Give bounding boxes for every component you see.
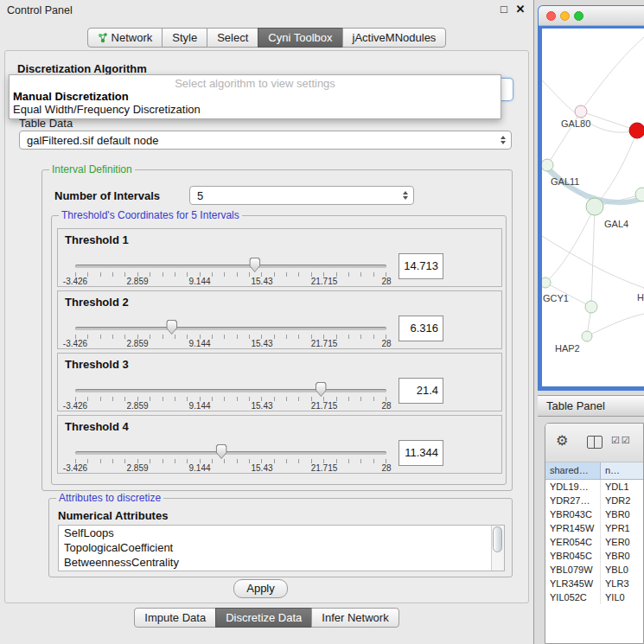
columns-icon[interactable] xyxy=(587,436,603,449)
tab-select[interactable]: Select xyxy=(207,28,258,48)
threshold-3-value-field[interactable]: 21.4 xyxy=(399,378,443,404)
scrollbar-thumb[interactable] xyxy=(493,526,502,552)
slider-track[interactable] xyxy=(75,451,386,455)
table-row[interactable]: YBR043CYBR0 xyxy=(545,507,643,521)
table-row[interactable]: YER054CYER0 xyxy=(545,535,643,549)
network-graph: GAL80 GAL11 GAL4 GCY1 HAP2 H xyxy=(542,29,644,386)
dropdown-option-manual[interactable]: Manual Discretization xyxy=(13,90,129,103)
table-panel-header[interactable]: Table Panel xyxy=(538,395,644,417)
network-view-window: GAL80 GAL11 GAL4 GCY1 HAP2 H xyxy=(538,5,644,391)
node-gal80[interactable] xyxy=(575,105,587,118)
tab-infer-network[interactable]: Infer Network xyxy=(311,608,399,628)
list-item[interactable]: BetweennessCentrality xyxy=(59,555,504,570)
checkbox-icons[interactable]: ☑☑ xyxy=(611,435,632,446)
network-window-titlebar[interactable] xyxy=(539,6,644,26)
threshold-2-value-field[interactable]: 6.316 xyxy=(399,316,443,341)
zoom-traffic-light[interactable] xyxy=(574,11,583,21)
node-selected-red[interactable] xyxy=(629,123,644,138)
node-hap2[interactable] xyxy=(582,331,592,341)
tab-label: Cyni Toolbox xyxy=(268,29,332,47)
spinner-arrows-icon xyxy=(403,191,408,200)
list-item[interactable]: SelfLoops xyxy=(59,526,504,540)
threshold-1-value-field[interactable]: 14.713 xyxy=(399,253,443,279)
network-canvas[interactable]: GAL80 GAL11 GAL4 GCY1 HAP2 H xyxy=(542,29,644,386)
apply-button[interactable]: Apply xyxy=(233,579,288,598)
number-of-intervals-value: 5 xyxy=(197,189,203,202)
node-label-gal80: GAL80 xyxy=(561,118,590,129)
column-header-name[interactable]: n… xyxy=(601,462,643,479)
threshold-1-slider[interactable] xyxy=(75,260,386,272)
threshold-3-slider[interactable] xyxy=(75,385,386,397)
tab-label: Network xyxy=(112,29,153,47)
node-mid[interactable] xyxy=(585,301,597,313)
threshold-2-label: Threshold 2 xyxy=(65,296,129,309)
table-row[interactable]: YBR045CYBR0 xyxy=(545,549,643,563)
tab-jactivemnodules[interactable]: jActiveMNodules xyxy=(342,28,447,48)
node-label-partial: H xyxy=(637,292,644,303)
threshold-4-value-field[interactable]: 11.344 xyxy=(399,440,443,466)
table-panel-title: Table Panel xyxy=(546,396,605,416)
list-scrollbar[interactable] xyxy=(491,526,504,571)
top-tab-bar: Network Style Select Cyni Toolbox jActiv… xyxy=(0,28,533,48)
slider-track[interactable] xyxy=(75,265,386,268)
threshold-4-slider[interactable] xyxy=(75,447,386,459)
table-row[interactable]: YLR345WYLR3 xyxy=(545,577,643,590)
gear-icon[interactable]: ⚙ xyxy=(556,433,568,449)
combo-arrows-icon xyxy=(501,136,506,144)
algorithm-combo-fragment[interactable] xyxy=(500,78,513,101)
thresholds-group-title: Threshold's Coordinates for 5 Intervals xyxy=(59,209,242,221)
slider-thumb[interactable] xyxy=(316,382,327,397)
table-row[interactable]: YPR145WYPR1 xyxy=(545,521,643,535)
node-gal4[interactable] xyxy=(586,198,603,215)
minimize-traffic-light[interactable] xyxy=(560,11,570,21)
table-data-combo[interactable]: galFiltered.sif default node xyxy=(19,131,512,150)
tab-label: jActiveMNodules xyxy=(353,29,437,47)
slider-thumb[interactable] xyxy=(249,258,260,272)
node-label-gcy1: GCY1 xyxy=(543,293,569,303)
control-panel-window: Control Panel □ ✕ Network Style Select C… xyxy=(0,0,534,644)
slider-tick-labels: -3.4262.8599.14415.4321.71528 xyxy=(75,463,386,473)
numerical-attributes-list[interactable]: SelfLoops TopologicalCoefficient Between… xyxy=(58,525,505,571)
tab-impute-data[interactable]: Impute Data xyxy=(134,608,216,628)
slider-track[interactable] xyxy=(75,389,386,392)
slider-thumb[interactable] xyxy=(166,320,177,335)
network-icon xyxy=(98,33,108,43)
tab-label: Discretize Data xyxy=(226,609,302,627)
list-item[interactable]: TopologicalCoefficient xyxy=(59,540,504,555)
dropdown-option-equal-width[interactable]: Equal Width/Frequency Discretization xyxy=(13,103,201,116)
threshold-4-panel: Threshold 4 -3.4262.8599.14415.4321.7152… xyxy=(57,415,502,474)
table-header-row: shared… n… xyxy=(545,462,643,480)
threshold-3-panel: Threshold 3 -3.4262.8599.14415.4321.7152… xyxy=(57,353,502,411)
node-label-hap2: HAP2 xyxy=(555,343,580,354)
table-row[interactable]: YDL19…YDL1 xyxy=(545,480,643,494)
node-label-gal4: GAL4 xyxy=(604,219,628,229)
node-gal11[interactable] xyxy=(542,159,553,171)
slider-tick-labels: -3.4262.8599.14415.4321.71528 xyxy=(75,339,386,348)
table-row[interactable]: YBL079WYBL0 xyxy=(545,563,643,577)
screen: Control Panel □ ✕ Network Style Select C… xyxy=(0,0,644,644)
table-row[interactable]: YDR27…YDR2 xyxy=(545,494,643,507)
slider-tick-labels: -3.4262.8599.14415.4321.71528 xyxy=(75,401,386,411)
control-panel-titlebar: Control Panel □ ✕ xyxy=(0,0,533,21)
slider-thumb[interactable] xyxy=(216,444,227,459)
tab-label: Style xyxy=(172,29,197,47)
tab-cyni-toolbox[interactable]: Cyni Toolbox xyxy=(258,28,342,48)
table-row[interactable]: YIL052CYIL0 xyxy=(545,590,643,604)
interval-definition-title: Interval Definition xyxy=(49,163,135,175)
column-header-shared-name[interactable]: shared… xyxy=(545,462,601,479)
number-of-intervals-spinner[interactable]: 5 xyxy=(189,186,414,205)
node-table-window: ⚙ ☑☑ shared… n… YDL19…YDL1 YDR27…YDR2 YB… xyxy=(545,423,644,644)
tab-style[interactable]: Style xyxy=(162,28,207,48)
tab-network[interactable]: Network xyxy=(87,28,163,48)
node-label-gal11: GAL11 xyxy=(551,176,579,187)
tab-discretize-data[interactable]: Discretize Data xyxy=(215,608,312,628)
close-traffic-light[interactable] xyxy=(546,11,556,21)
slider-track[interactable] xyxy=(75,327,386,330)
close-icon[interactable]: ✕ xyxy=(513,3,527,16)
threshold-2-slider[interactable] xyxy=(75,322,386,335)
node-gcy1[interactable] xyxy=(542,277,551,288)
bottom-tab-bar: Impute Data Discretize Data Infer Networ… xyxy=(0,608,533,628)
thresholds-group: Threshold's Coordinates for 5 Intervals … xyxy=(51,215,507,485)
threshold-3-label: Threshold 3 xyxy=(65,358,129,371)
float-window-icon[interactable]: □ xyxy=(497,3,511,16)
